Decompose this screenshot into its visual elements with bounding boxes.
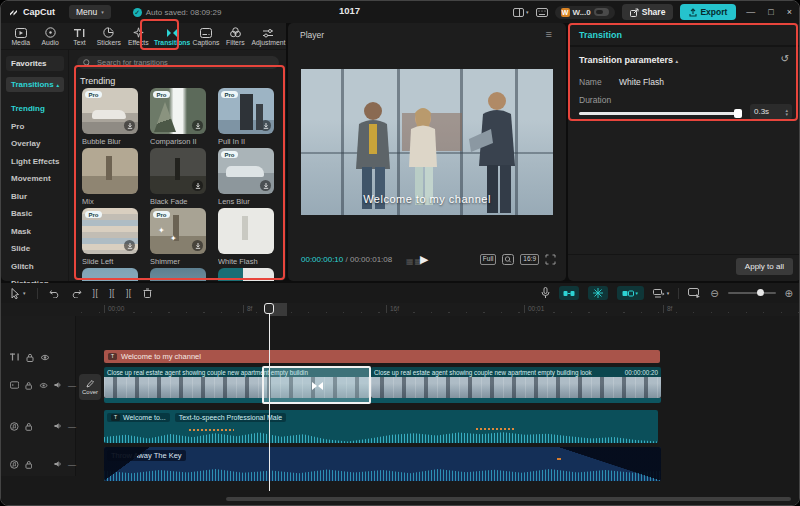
tab-effects[interactable]: Effects: [125, 27, 152, 46]
sidebar-item-movement[interactable]: Movement: [1, 170, 69, 188]
select-tool-button[interactable]: ▾: [11, 288, 26, 299]
sidebar-item-trending[interactable]: Trending: [1, 100, 69, 118]
full-preview-button[interactable]: Full: [480, 254, 496, 265]
search-input[interactable]: [95, 57, 265, 68]
aspect-ratio-button[interactable]: 16:9: [520, 254, 539, 265]
tts-audio-clip[interactable]: T Welcome to... Text-to-speech Professio…: [104, 410, 658, 443]
player-menu-icon[interactable]: ≡: [546, 28, 552, 40]
speaker-icon[interactable]: [54, 381, 62, 389]
duration-slider-knob[interactable]: [734, 109, 742, 118]
tab-audio[interactable]: Audio: [36, 27, 63, 46]
tab-transitions[interactable]: Transitions: [154, 27, 190, 46]
transition-card-mix[interactable]: Mix: [82, 148, 138, 206]
transition-card-lens-blur[interactable]: Pro Lens Blur: [218, 148, 274, 206]
download-icon[interactable]: [124, 240, 135, 251]
transition-card-partial[interactable]: [150, 268, 206, 281]
text-clip[interactable]: T Welcome to my channel: [104, 350, 660, 363]
sidebar-item-mask[interactable]: Mask: [1, 223, 69, 241]
hide-track-icon[interactable]: —: [68, 422, 76, 431]
lock-icon[interactable]: [26, 353, 34, 362]
lock-icon[interactable]: [25, 460, 33, 469]
magnetic-snap-toggle[interactable]: [559, 286, 579, 300]
transition-card-partial[interactable]: [218, 268, 274, 281]
hide-track-icon[interactable]: —: [68, 381, 76, 390]
share-button[interactable]: Share: [622, 4, 674, 20]
transition-card-black-fade[interactable]: Black Fade: [150, 148, 206, 206]
horizontal-scrollbar[interactable]: [226, 497, 791, 501]
play-button[interactable]: ▶: [420, 253, 428, 266]
transition-card-partial[interactable]: [82, 268, 138, 281]
stepper-icons[interactable]: ▴▾: [785, 108, 788, 116]
sidebar-item-slide[interactable]: Slide: [1, 240, 69, 258]
download-icon[interactable]: [192, 120, 203, 131]
track-options-button[interactable]: ▾: [653, 289, 670, 298]
transition-card-comparison-ii[interactable]: Pro Comparison II: [150, 88, 206, 146]
tab-stickers[interactable]: Stickers: [95, 27, 122, 46]
apply-to-all-button[interactable]: Apply to all: [736, 258, 793, 275]
delete-icon[interactable]: [143, 288, 152, 298]
speaker-icon[interactable]: [54, 460, 63, 468]
zoom-in-icon[interactable]: ⊕: [785, 288, 793, 299]
transition-selection[interactable]: [262, 366, 371, 404]
transition-card-slide-left[interactable]: Pro Slide Left: [82, 208, 138, 266]
minimize-button[interactable]: —: [743, 7, 758, 17]
cover-button[interactable]: Cover: [79, 374, 101, 400]
sidebar-group-transitions[interactable]: Transitions ▴: [6, 77, 64, 92]
sidebar-item-pro[interactable]: Pro: [1, 118, 69, 136]
tab-captions[interactable]: Captions: [192, 27, 219, 46]
account-badge[interactable]: W W...0: [555, 6, 615, 19]
zoom-slider-knob[interactable]: [757, 289, 764, 296]
duration-value-box[interactable]: 0.3s ▴▾: [750, 104, 792, 119]
fullscreen-icon[interactable]: [545, 254, 556, 265]
sidebar-item-glitch[interactable]: Glitch: [1, 258, 69, 276]
transition-card-shimmer[interactable]: Pro Shimmer: [150, 208, 206, 266]
speaker-icon[interactable]: [54, 422, 63, 430]
tab-text[interactable]: Text: [66, 27, 93, 46]
transition-card-white-flash[interactable]: White Flash: [218, 208, 274, 266]
tab-adjustment[interactable]: Adjustment: [251, 27, 286, 46]
shortcut-panel-button[interactable]: [536, 8, 548, 17]
playhead-handle[interactable]: [264, 303, 274, 314]
split-icon[interactable]: ][: [93, 288, 99, 298]
maximize-button[interactable]: □: [765, 7, 776, 17]
redo-icon[interactable]: [71, 288, 82, 298]
sidebar-item-light-effects[interactable]: Light Effects: [1, 153, 69, 171]
preview-zoom-icon[interactable]: [502, 254, 514, 265]
sidebar-item-basic[interactable]: Basic: [1, 205, 69, 223]
undo-icon[interactable]: [49, 288, 60, 298]
reset-icon[interactable]: ↺: [781, 53, 789, 64]
duration-slider[interactable]: [579, 112, 741, 115]
sidebar-item-overlay[interactable]: Overlay: [1, 135, 69, 153]
trim-left-icon[interactable]: ][: [109, 288, 115, 298]
zoom-out-icon[interactable]: ⊖: [710, 288, 718, 299]
sidebar-item-favorites[interactable]: Favorites: [6, 56, 64, 71]
menu-button[interactable]: Menu ▾: [69, 5, 111, 19]
params-section-title[interactable]: Transition parameters ▴: [579, 55, 678, 65]
download-icon[interactable]: [192, 180, 203, 191]
video-preview[interactable]: Welcome to my channel: [301, 69, 553, 215]
tab-transition-inspector[interactable]: Transition: [579, 30, 622, 40]
trim-right-icon[interactable]: ][: [126, 288, 132, 298]
eye-icon[interactable]: [39, 382, 48, 389]
layout-switch-button[interactable]: ▾: [513, 8, 529, 17]
playhead[interactable]: [269, 303, 270, 491]
lock-icon[interactable]: [25, 381, 32, 390]
hide-track-icon[interactable]: —: [68, 460, 76, 469]
download-icon[interactable]: [192, 240, 203, 251]
download-icon[interactable]: [260, 180, 271, 191]
close-button[interactable]: ×: [784, 7, 795, 17]
eye-icon[interactable]: [40, 354, 50, 361]
transition-card-bubble-blur[interactable]: Pro Bubble Blur: [82, 88, 138, 146]
music-clip[interactable]: Throw Away The Key: [104, 447, 661, 481]
download-icon[interactable]: [124, 120, 135, 131]
timeline-ruler[interactable]: 00:00 8f 16f 00:01 8f: [1, 303, 800, 316]
sidebar-item-blur[interactable]: Blur: [1, 188, 69, 206]
search-bar[interactable]: [77, 56, 279, 69]
tab-filters[interactable]: Filters: [222, 27, 249, 46]
preview-frame-icon[interactable]: [688, 288, 701, 298]
lock-icon[interactable]: [25, 422, 33, 431]
auto-snap-toggle[interactable]: [588, 286, 608, 300]
record-voiceover-icon[interactable]: [541, 287, 550, 299]
timeline-zoom-slider[interactable]: [728, 292, 776, 294]
video-clip-2[interactable]: Close up real estate agent showing coupl…: [371, 367, 661, 398]
